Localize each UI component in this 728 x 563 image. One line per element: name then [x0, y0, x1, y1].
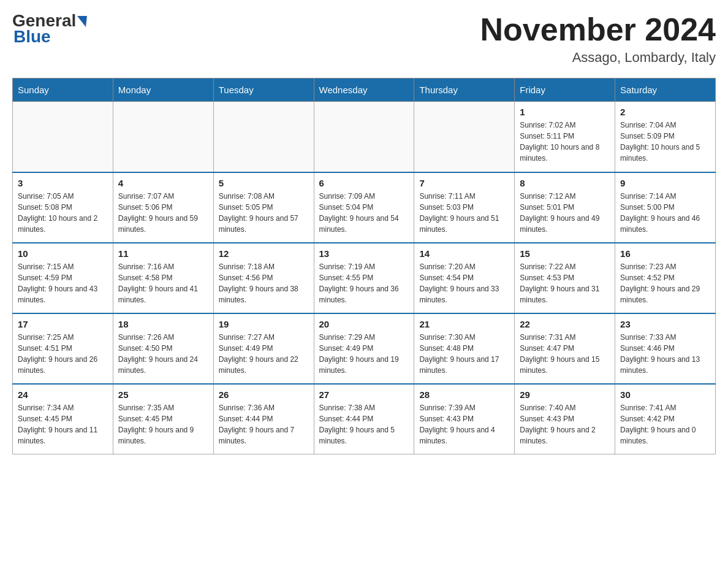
calendar-cell: 9Sunrise: 7:14 AMSunset: 5:00 PMDaylight… — [615, 172, 716, 243]
day-info: Sunrise: 7:41 AMSunset: 4:42 PMDaylight:… — [620, 402, 710, 446]
day-info: Sunrise: 7:34 AMSunset: 4:45 PMDaylight:… — [18, 402, 108, 446]
calendar-cell: 4Sunrise: 7:07 AMSunset: 5:06 PMDaylight… — [113, 172, 213, 243]
day-info: Sunrise: 7:14 AMSunset: 5:00 PMDaylight:… — [620, 191, 710, 235]
calendar-week-5: 24Sunrise: 7:34 AMSunset: 4:45 PMDayligh… — [13, 384, 716, 454]
calendar-cell: 12Sunrise: 7:18 AMSunset: 4:56 PMDayligh… — [213, 243, 314, 313]
calendar-cell: 25Sunrise: 7:35 AMSunset: 4:45 PMDayligh… — [113, 384, 213, 454]
day-number: 21 — [419, 319, 509, 329]
calendar-cell: 17Sunrise: 7:25 AMSunset: 4:51 PMDayligh… — [13, 313, 113, 384]
day-info: Sunrise: 7:16 AMSunset: 4:58 PMDaylight:… — [118, 261, 208, 305]
day-info: Sunrise: 7:07 AMSunset: 5:06 PMDaylight:… — [118, 191, 208, 235]
logo: General Blue — [12, 12, 87, 47]
day-info: Sunrise: 7:11 AMSunset: 5:03 PMDaylight:… — [419, 191, 509, 235]
calendar-cell — [113, 102, 213, 172]
day-info: Sunrise: 7:12 AMSunset: 5:01 PMDaylight:… — [520, 191, 610, 235]
day-number: 16 — [620, 248, 710, 259]
calendar-week-1: 1Sunrise: 7:02 AMSunset: 5:11 PMDaylight… — [13, 102, 716, 172]
day-info: Sunrise: 7:29 AMSunset: 4:49 PMDaylight:… — [319, 332, 409, 376]
calendar-cell: 18Sunrise: 7:26 AMSunset: 4:50 PMDayligh… — [113, 313, 213, 384]
day-number: 2 — [620, 107, 710, 117]
day-info: Sunrise: 7:27 AMSunset: 4:49 PMDaylight:… — [219, 332, 309, 376]
day-header-sunday: Sunday — [13, 79, 113, 102]
calendar-table: SundayMondayTuesdayWednesdayThursdayFrid… — [12, 78, 716, 454]
day-info: Sunrise: 7:09 AMSunset: 5:04 PMDaylight:… — [319, 191, 409, 235]
day-header-monday: Monday — [113, 79, 213, 102]
day-number: 6 — [319, 178, 409, 188]
day-number: 8 — [520, 178, 610, 188]
calendar-cell: 8Sunrise: 7:12 AMSunset: 5:01 PMDaylight… — [515, 172, 615, 243]
calendar-cell: 26Sunrise: 7:36 AMSunset: 4:44 PMDayligh… — [213, 384, 314, 454]
day-info: Sunrise: 7:02 AMSunset: 5:11 PMDaylight:… — [520, 120, 610, 164]
calendar-cell: 3Sunrise: 7:05 AMSunset: 5:08 PMDaylight… — [13, 172, 113, 243]
calendar-cell: 24Sunrise: 7:34 AMSunset: 4:45 PMDayligh… — [13, 384, 113, 454]
day-info: Sunrise: 7:33 AMSunset: 4:46 PMDaylight:… — [620, 332, 710, 376]
calendar-cell: 6Sunrise: 7:09 AMSunset: 5:04 PMDaylight… — [314, 172, 414, 243]
day-number: 9 — [620, 178, 710, 188]
day-number: 22 — [520, 319, 610, 329]
calendar-week-4: 17Sunrise: 7:25 AMSunset: 4:51 PMDayligh… — [13, 313, 716, 384]
calendar-cell: 19Sunrise: 7:27 AMSunset: 4:49 PMDayligh… — [213, 313, 314, 384]
calendar-cell: 21Sunrise: 7:30 AMSunset: 4:48 PMDayligh… — [414, 313, 515, 384]
day-info: Sunrise: 7:04 AMSunset: 5:09 PMDaylight:… — [620, 120, 710, 164]
calendar-cell — [213, 102, 314, 172]
day-number: 24 — [18, 389, 108, 400]
calendar-cell: 13Sunrise: 7:19 AMSunset: 4:55 PMDayligh… — [314, 243, 414, 313]
day-info: Sunrise: 7:20 AMSunset: 4:54 PMDaylight:… — [419, 261, 509, 305]
day-number: 15 — [520, 248, 610, 259]
calendar-cell — [314, 102, 414, 172]
day-number: 3 — [18, 178, 108, 188]
day-number: 14 — [419, 248, 509, 259]
calendar-cell — [13, 102, 113, 172]
day-number: 25 — [118, 389, 208, 400]
day-info: Sunrise: 7:30 AMSunset: 4:48 PMDaylight:… — [419, 332, 509, 376]
calendar-cell: 2Sunrise: 7:04 AMSunset: 5:09 PMDaylight… — [615, 102, 716, 172]
day-number: 5 — [219, 178, 309, 188]
day-header-thursday: Thursday — [414, 79, 515, 102]
calendar-cell: 22Sunrise: 7:31 AMSunset: 4:47 PMDayligh… — [515, 313, 615, 384]
day-info: Sunrise: 7:26 AMSunset: 4:50 PMDaylight:… — [118, 332, 208, 376]
day-number: 19 — [219, 319, 309, 329]
day-number: 17 — [18, 319, 108, 329]
day-header-saturday: Saturday — [615, 79, 716, 102]
day-number: 27 — [319, 389, 409, 400]
day-number: 30 — [620, 389, 710, 400]
calendar-week-3: 10Sunrise: 7:15 AMSunset: 4:59 PMDayligh… — [13, 243, 716, 313]
day-info: Sunrise: 7:22 AMSunset: 4:53 PMDaylight:… — [520, 261, 610, 305]
calendar-cell: 29Sunrise: 7:40 AMSunset: 4:43 PMDayligh… — [515, 384, 615, 454]
calendar-cell: 7Sunrise: 7:11 AMSunset: 5:03 PMDaylight… — [414, 172, 515, 243]
day-header-wednesday: Wednesday — [314, 79, 414, 102]
calendar-cell: 20Sunrise: 7:29 AMSunset: 4:49 PMDayligh… — [314, 313, 414, 384]
day-number: 1 — [520, 107, 610, 117]
calendar-cell — [414, 102, 515, 172]
day-info: Sunrise: 7:36 AMSunset: 4:44 PMDaylight:… — [219, 402, 309, 446]
calendar-cell: 23Sunrise: 7:33 AMSunset: 4:46 PMDayligh… — [615, 313, 716, 384]
day-info: Sunrise: 7:35 AMSunset: 4:45 PMDaylight:… — [118, 402, 208, 446]
day-number: 26 — [219, 389, 309, 400]
day-info: Sunrise: 7:05 AMSunset: 5:08 PMDaylight:… — [18, 191, 108, 235]
day-number: 4 — [118, 178, 208, 188]
day-info: Sunrise: 7:40 AMSunset: 4:43 PMDaylight:… — [520, 402, 610, 446]
calendar-cell: 10Sunrise: 7:15 AMSunset: 4:59 PMDayligh… — [13, 243, 113, 313]
calendar-cell: 28Sunrise: 7:39 AMSunset: 4:43 PMDayligh… — [414, 384, 515, 454]
day-info: Sunrise: 7:18 AMSunset: 4:56 PMDaylight:… — [219, 261, 309, 305]
calendar-header-row: SundayMondayTuesdayWednesdayThursdayFrid… — [13, 79, 716, 102]
day-number: 18 — [118, 319, 208, 329]
calendar-cell: 11Sunrise: 7:16 AMSunset: 4:58 PMDayligh… — [113, 243, 213, 313]
day-info: Sunrise: 7:39 AMSunset: 4:43 PMDaylight:… — [419, 402, 509, 446]
calendar-cell: 14Sunrise: 7:20 AMSunset: 4:54 PMDayligh… — [414, 243, 515, 313]
day-info: Sunrise: 7:25 AMSunset: 4:51 PMDaylight:… — [18, 332, 108, 376]
logo-blue: Blue — [12, 27, 51, 47]
calendar-cell: 5Sunrise: 7:08 AMSunset: 5:05 PMDaylight… — [213, 172, 314, 243]
day-header-tuesday: Tuesday — [213, 79, 314, 102]
calendar-cell: 1Sunrise: 7:02 AMSunset: 5:11 PMDaylight… — [515, 102, 615, 172]
day-number: 20 — [319, 319, 409, 329]
calendar-cell: 15Sunrise: 7:22 AMSunset: 4:53 PMDayligh… — [515, 243, 615, 313]
title-block: November 2024 Assago, Lombardy, Italy — [480, 12, 716, 66]
day-info: Sunrise: 7:08 AMSunset: 5:05 PMDaylight:… — [219, 191, 309, 235]
day-number: 23 — [620, 319, 710, 329]
day-info: Sunrise: 7:19 AMSunset: 4:55 PMDaylight:… — [319, 261, 409, 305]
calendar-week-2: 3Sunrise: 7:05 AMSunset: 5:08 PMDaylight… — [13, 172, 716, 243]
calendar-cell: 27Sunrise: 7:38 AMSunset: 4:44 PMDayligh… — [314, 384, 414, 454]
location: Assago, Lombardy, Italy — [480, 50, 716, 66]
day-number: 29 — [520, 389, 610, 400]
